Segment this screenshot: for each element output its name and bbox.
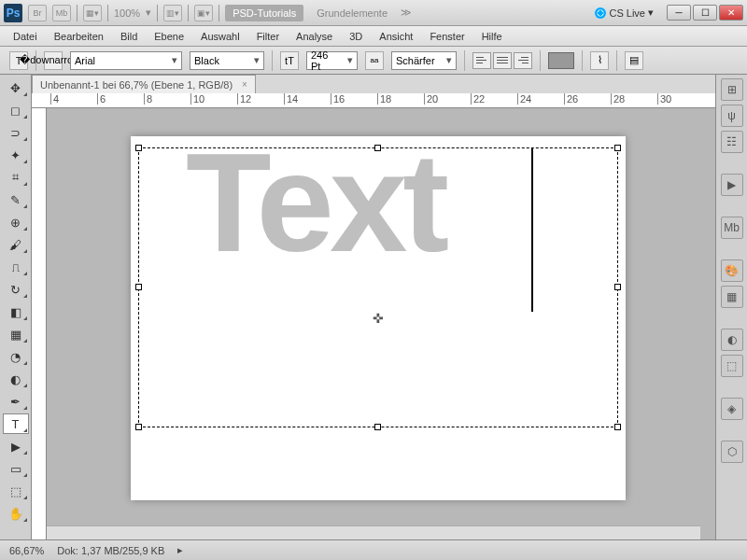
text-color-swatch[interactable] [548, 52, 574, 69]
panel-icon[interactable]: ☷ [721, 131, 743, 153]
panel-icon[interactable]: ⬡ [721, 441, 743, 463]
menu-3d[interactable]: 3D [349, 31, 362, 42]
heal-tool[interactable]: ⊕ [3, 212, 29, 232]
document-area: Unbenannt-1 bei 66,7% (Ebene 1, RGB/8) 4… [32, 75, 715, 539]
menu-fenster[interactable]: Fenster [430, 31, 464, 42]
cs-live-button[interactable]: CS Live ▾ [595, 7, 654, 19]
panel-dock: ⊞ ψ ☷ ▶ Mb 🎨 ▦ ◐ ⬚ ◈ ⬡ [715, 75, 747, 539]
text-bounding-box[interactable]: Text ✜ [138, 147, 618, 427]
handle-mid-left[interactable] [135, 284, 142, 290]
menu-auswahl[interactable]: Auswahl [201, 31, 240, 42]
path-select-tool[interactable]: ▶ [3, 436, 29, 456]
dodge-tool[interactable]: ◐ [3, 369, 29, 389]
menu-hilfe[interactable]: Hilfe [482, 31, 502, 42]
handle-top-left[interactable] [135, 145, 142, 151]
panel-icon[interactable]: ⊞ [721, 78, 743, 101]
panel-icon[interactable]: ψ [721, 105, 743, 127]
handle-mid-right[interactable] [614, 284, 621, 290]
gradient-tool[interactable]: ▦ [3, 324, 29, 344]
minibridge-icon[interactable]: Mb [52, 5, 71, 21]
tools-panel: ✥ ◻ ⊃ ✦ ⌗ ✎ ⊕ 🖌 ⎍ ↻ ◧ ▦ ◔ ◐ ✒ T ▶ ▭ ⬚ ✋ [0, 75, 32, 539]
menu-filter[interactable]: Filter [257, 31, 279, 42]
scrollbar-horizontal[interactable] [47, 525, 700, 539]
align-right-button[interactable] [514, 52, 532, 69]
crop-tool[interactable]: ⌗ [3, 167, 29, 188]
menu-ansicht[interactable]: Ansicht [379, 31, 413, 42]
ruler-vertical[interactable] [32, 108, 47, 539]
antialias-select[interactable]: Schärfer [391, 51, 457, 70]
font-style-select[interactable]: Black [190, 51, 264, 70]
text-cursor [531, 148, 533, 312]
anchor-icon: ✜ [373, 311, 384, 326]
brush-tool[interactable]: 🖌 [3, 234, 29, 255]
panel-icon[interactable]: ⬚ [721, 355, 743, 377]
align-center-button[interactable] [493, 52, 512, 69]
font-family-select[interactable]: Arial [70, 51, 182, 70]
handle-bottom-right[interactable] [614, 424, 621, 430]
menu-datei[interactable]: Datei [13, 31, 37, 42]
lasso-tool[interactable]: ⊃ [3, 122, 29, 143]
hand-tool[interactable]: ✋ [3, 503, 29, 524]
eraser-tool[interactable]: ◧ [3, 301, 29, 322]
pen-tool[interactable]: ✒ [3, 391, 29, 412]
workspace-more-icon[interactable]: ≫ [401, 7, 412, 19]
workspace-active[interactable]: PSD-Tutorials [225, 5, 303, 21]
status-arrow-icon[interactable]: ▸ [177, 544, 183, 556]
align-left-button[interactable] [472, 52, 491, 69]
status-dok[interactable]: Dok: 1,37 MB/255,9 KB [57, 545, 164, 556]
handle-top-center[interactable] [374, 145, 381, 151]
menu-bearbeiten[interactable]: Bearbeiten [54, 31, 104, 42]
panel-icon[interactable]: 🎨 [721, 259, 743, 282]
bridge-icon[interactable]: Br [28, 5, 47, 21]
zoom-level[interactable]: 100% [114, 7, 140, 19]
wand-tool[interactable]: ✦ [3, 145, 29, 165]
arrange-icon[interactable]: ▥▾ [163, 5, 182, 21]
type-tool[interactable]: T [3, 413, 29, 434]
history-brush-tool[interactable]: ↻ [3, 279, 29, 300]
handle-top-right[interactable] [614, 145, 621, 151]
antialias-icon: aa [365, 51, 384, 70]
3d-tool[interactable]: ⬚ [3, 481, 29, 501]
panel-icon[interactable]: ▦ [721, 286, 743, 308]
ruler-horizontal[interactable]: 4681012141618202224262830 [32, 93, 715, 108]
text-align-group [472, 52, 532, 69]
menu-ebene[interactable]: Ebene [154, 31, 184, 42]
panel-icon[interactable]: Mb [721, 217, 743, 239]
eyedropper-tool[interactable]: ✎ [3, 189, 29, 210]
status-bar: 66,67% Dok: 1,37 MB/255,9 KB ▸ [0, 539, 747, 560]
options-bar: T �downarrowT Arial Black tT 246 Pt aa S… [0, 47, 747, 75]
handle-bottom-center[interactable] [374, 424, 381, 430]
shape-tool[interactable]: ▭ [3, 458, 29, 479]
panel-icon[interactable]: ◈ [721, 398, 743, 420]
handle-bottom-left[interactable] [135, 424, 142, 430]
move-tool[interactable]: ✥ [3, 77, 29, 98]
document-tab[interactable]: Unbenannt-1 bei 66,7% (Ebene 1, RGB/8) [32, 75, 256, 93]
stamp-tool[interactable]: ⎍ [3, 257, 29, 277]
font-size-select[interactable]: 246 Pt [306, 51, 358, 70]
title-bar: Ps Br Mb ▦▾ 100%▾ ▥▾ ▣▾ PSD-Tutorials Gr… [0, 0, 747, 26]
minimize-button[interactable]: ─ [667, 5, 691, 21]
close-button[interactable]: ✕ [719, 5, 743, 21]
panel-icon[interactable]: ◐ [721, 329, 743, 351]
menu-analyse[interactable]: Analyse [296, 31, 332, 42]
marquee-tool[interactable]: ◻ [3, 100, 29, 120]
blur-tool[interactable]: ◔ [3, 346, 29, 367]
menu-bar: Datei Bearbeiten Bild Ebene Auswahl Filt… [0, 26, 747, 47]
app-logo-icon: Ps [4, 4, 22, 22]
canvas[interactable]: Text ✜ [131, 136, 626, 500]
maximize-button[interactable]: ☐ [693, 5, 717, 21]
panel-icon[interactable]: ▶ [721, 174, 743, 196]
workspace-inactive[interactable]: Grundelemente [309, 5, 395, 21]
screen-mode-icon[interactable]: ▣▾ [194, 5, 213, 21]
font-size-icon: tT [280, 51, 299, 70]
view-mode-icon[interactable]: ▦▾ [83, 5, 102, 21]
panels-toggle-icon[interactable]: ▤ [625, 51, 643, 70]
status-zoom[interactable]: 66,67% [9, 545, 44, 556]
text-content[interactable]: Text [186, 122, 444, 284]
warp-text-icon[interactable]: ⌇ [590, 51, 609, 70]
menu-bild[interactable]: Bild [120, 31, 137, 42]
orientation-icon[interactable]: �downarrowT [44, 51, 63, 70]
